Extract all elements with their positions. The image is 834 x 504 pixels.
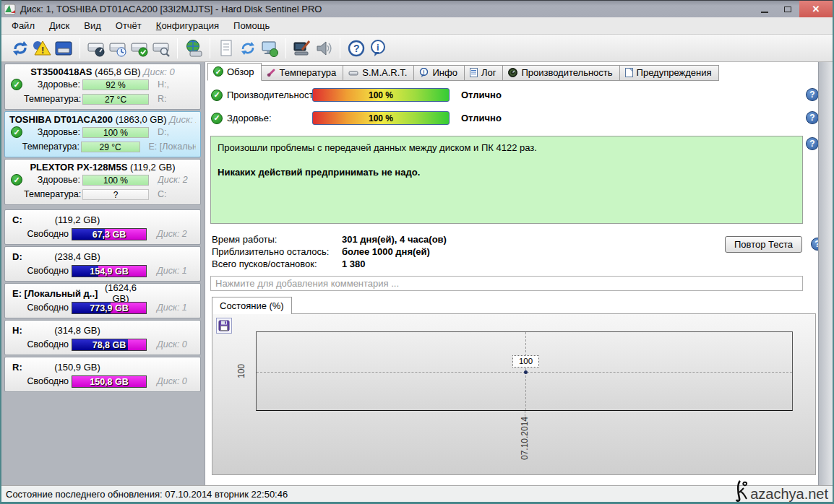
save-chart-button[interactable] (216, 318, 232, 334)
menu-configuration[interactable]: Конфигурация (149, 18, 226, 33)
sync-icon (238, 39, 257, 58)
sync-button[interactable] (237, 38, 259, 59)
free-value: 67,3 GB (72, 229, 146, 240)
disk-number: Диск: 0 (143, 66, 174, 77)
partition-size: (314,8 GB) (9, 325, 145, 336)
disk-schedule-button[interactable] (107, 38, 129, 59)
info-button[interactable]: i (367, 38, 389, 59)
disk-card-st3500418as[interactable]: ST3500418AS (465,8 GB) Диск: 0 ✓ Здоровь… (4, 64, 201, 110)
menu-help[interactable]: Помощь (226, 18, 277, 33)
performance-status: Отлично (461, 90, 502, 100)
hardware-test-button[interactable] (291, 38, 313, 59)
partition-card-r[interactable]: R:(150,9 GB) Свободно 150,8 GB Диск: 0 (4, 357, 201, 392)
gauge-icon (508, 68, 517, 77)
help-icon[interactable]: ? (806, 111, 819, 124)
toolbar: ! (1, 35, 833, 62)
tab-alerts[interactable]: Предупреждения (620, 65, 719, 81)
free-space-bar: 154,9 GB (72, 265, 147, 277)
comment-input[interactable] (210, 276, 803, 291)
message-line1: Произошли проблемы с передачей данных ме… (218, 142, 796, 154)
disk-card-plextor[interactable]: PLEXTOR PX-128M5S (119,2 GB) ✓ Здоровье:… (4, 159, 201, 205)
network-disks-button[interactable] (183, 38, 205, 59)
info-bubble-icon: i (419, 68, 429, 77)
refresh-button[interactable] (9, 38, 31, 59)
sound-button[interactable] (313, 38, 335, 59)
disk-number: Диск: 1 (157, 303, 187, 313)
free-space-bar: 150,8 GB (72, 375, 147, 388)
status-text: Состояние последнего обновления: 07.10.2… (6, 489, 288, 500)
disk-size: (465,8 GB) (95, 66, 141, 77)
help-button[interactable]: ? (345, 38, 367, 59)
tab-info[interactable]: i Инфо (414, 65, 464, 81)
free-space-bar: 773,9 GB (72, 302, 147, 314)
tab-temperature[interactable]: Температура (262, 65, 344, 81)
stat-row: Время работы: 301 дня(ей), 4 часа(ов) (212, 233, 447, 246)
health-value: 100 % (82, 127, 149, 138)
retest-button[interactable]: Повтор Теста (725, 236, 802, 253)
tab-overview[interactable]: ✓Обзор (207, 63, 262, 81)
network-status-button[interactable] (259, 38, 280, 59)
health-value: 100 % (82, 175, 149, 186)
partition-card-c[interactable]: C:(119,2 GB) Свободно 67,3 GB Диск: 2 (4, 209, 201, 245)
chart-panel: 100 100 07.10.2014 (212, 313, 816, 475)
temp-value: ? (82, 189, 149, 200)
title-bar: Диск: 1, TOSHIBA DT01ACA200 [33I2MJJTS] … (1, 0, 833, 17)
disk-test-button[interactable] (129, 38, 150, 59)
chart-tab-state[interactable]: Состояние (%) (212, 297, 292, 314)
maximize-icon (784, 6, 791, 12)
free-label: Свободно (9, 229, 69, 239)
app-icon (4, 4, 16, 15)
menu-view[interactable]: Вид (77, 18, 108, 33)
right-gutter (818, 62, 833, 485)
help-icon: ? (347, 39, 366, 58)
disk-details-button[interactable] (53, 38, 74, 59)
health-label: Здоровье: (227, 113, 312, 123)
disk-number: Диск: 1 (157, 266, 187, 276)
detect-disks-button[interactable]: ! (31, 38, 53, 59)
tab-log[interactable]: Лог (465, 65, 504, 81)
close-icon: ✕ (812, 4, 820, 14)
health-ok-icon: ✓ (11, 126, 22, 138)
partition-size: (119,2 GB) (9, 214, 145, 225)
help-icon[interactable]: ? (806, 88, 819, 101)
help-icon[interactable]: ? (806, 137, 819, 150)
tab-performance[interactable]: Производительность (503, 65, 619, 81)
disk-card-toshiba-selected[interactable]: TOSHIBA DT01ACA200 (1863,0 GB) Диск: 1 ✓… (4, 111, 201, 157)
disk-size: (1863,0 GB) (116, 114, 167, 125)
stat-label: Приблизительно осталось: (212, 246, 342, 257)
data-point (524, 370, 528, 374)
partition-card-d[interactable]: D:(238,4 GB) Свободно 154,9 GB Диск: 1 (4, 246, 201, 282)
tab-smart[interactable]: S.M.A.R.T. (343, 65, 414, 81)
report-button[interactable] (215, 38, 237, 59)
disk-number: Диск: 2 (157, 229, 187, 239)
menu-file[interactable]: Файл (4, 18, 42, 33)
maximize-button[interactable] (776, 1, 799, 17)
toolbar-separator (79, 38, 80, 58)
disk-analyse-button[interactable] (150, 38, 172, 59)
stat-value: 1 380 (342, 258, 366, 269)
performance-row: ✓ Производительность: 100 % Отлично (211, 88, 502, 102)
disk-name: ST3500418AS (30, 66, 92, 77)
disk-gauge-icon (87, 39, 106, 58)
menu-bar: Файл Диск Вид Отчёт Конфигурация Помощь (1, 17, 833, 35)
partition-card-h[interactable]: H:(314,8 GB) Свободно 78,8 GB Диск: 0 (4, 320, 201, 355)
disk-sidebar: ST3500418AS (465,8 GB) Диск: 0 ✓ Здоровь… (4, 64, 201, 485)
partition-size: (150,9 GB) (9, 362, 145, 373)
disk-performance-button[interactable] (85, 38, 107, 59)
free-label: Свободно (9, 266, 69, 276)
menu-report[interactable]: Отчёт (108, 18, 149, 33)
health-status: Отлично (461, 113, 502, 123)
menu-disk[interactable]: Диск (42, 18, 77, 33)
minimize-button[interactable] (753, 1, 776, 17)
performance-label: Производительность: (227, 90, 312, 100)
health-label: Здоровье: (24, 127, 80, 137)
status-bar: Состояние последнего обновления: 07.10.2… (1, 485, 833, 502)
free-value: 154,9 GB (72, 266, 146, 277)
close-button[interactable]: ✕ (799, 1, 833, 17)
drive-letters: E: [Локальнь (149, 142, 196, 152)
disk-check-icon (130, 39, 149, 58)
main-panel: ✓Обзор Температура S.M.A.R.T. i Инфо Лог… (205, 62, 820, 485)
partition-card-e[interactable]: E: [Локальный д..](1624,6 GB) Свободно 7… (4, 283, 201, 318)
free-value: 78,8 GB (72, 339, 146, 351)
message-line2: Никаких действий предпринимать не надо. (218, 166, 796, 178)
